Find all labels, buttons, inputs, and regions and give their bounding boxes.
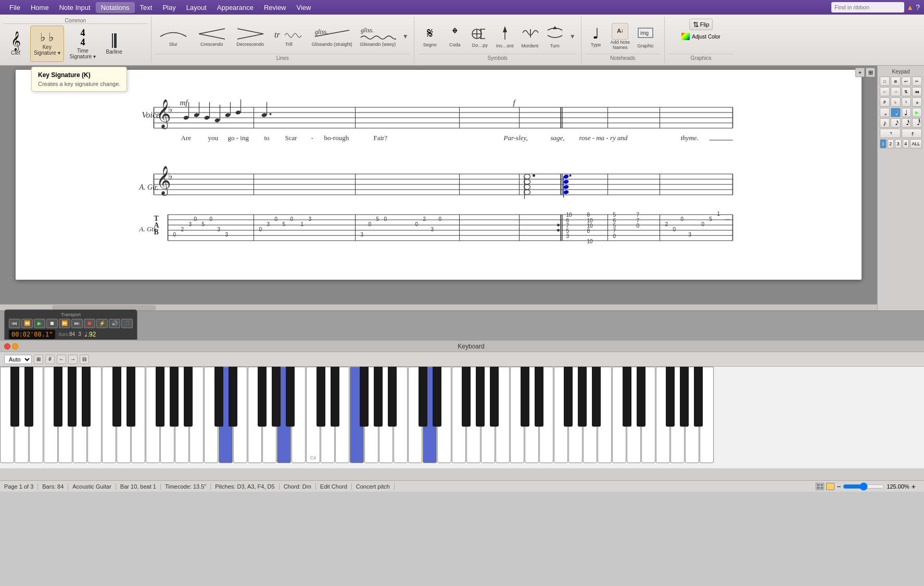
adjust-color-button[interactable]: Adjust Color xyxy=(679,32,722,41)
black-key-C#4[interactable] xyxy=(317,367,325,427)
transport-flash[interactable]: ⚡ xyxy=(96,319,108,328)
transport-rewind[interactable]: ⏪ xyxy=(21,319,33,328)
keypad-half[interactable]: 𝅗𝅥 xyxy=(891,108,901,117)
status-ruler-icon[interactable] xyxy=(826,483,834,490)
black-key-D#2[interactable] xyxy=(126,367,135,427)
black-key-C#5[interactable] xyxy=(419,367,427,427)
doppio-button[interactable]: Do…py xyxy=(469,24,491,49)
keypad-eighth[interactable]: ♪ xyxy=(880,118,890,128)
keypad-whole[interactable]: 𝅗 xyxy=(880,108,890,117)
crescendo-button[interactable]: Crescendo xyxy=(194,25,230,48)
transport-metronome[interactable]: 🎵 xyxy=(121,319,133,328)
clef-button[interactable]: 𝄞 Clef xyxy=(3,26,28,62)
menu-review[interactable]: Review xyxy=(259,2,292,13)
transport-speaker[interactable]: 🔊 xyxy=(109,319,120,328)
black-key-D#7[interactable] xyxy=(637,367,645,427)
slur-button[interactable]: Slur xyxy=(156,25,191,48)
transport-fast-forward[interactable]: ⏩ xyxy=(59,319,70,328)
zoom-slider[interactable] xyxy=(843,483,884,490)
black-key-A#1[interactable] xyxy=(82,367,91,427)
menu-note-input[interactable]: Note Input xyxy=(54,2,96,13)
menu-appearance[interactable]: Appearance xyxy=(212,2,259,13)
menu-file[interactable]: File xyxy=(4,2,26,13)
keypad-arrow-right[interactable]: → xyxy=(891,87,901,96)
keyboard-layout-btn[interactable]: ⊟ xyxy=(80,355,89,364)
turn-button[interactable]: Turn xyxy=(543,23,566,49)
transport-play[interactable]: ▶ xyxy=(34,319,45,328)
transport-skip-forward[interactable]: ⏭ xyxy=(71,319,83,328)
black-key-D#6[interactable] xyxy=(535,367,543,427)
keypad-icon-4[interactable]: ✂ xyxy=(912,77,922,86)
score-area[interactable]: + ⊞ Voice 𝄞 ♭ mf f xyxy=(0,66,877,310)
black-key-G#1[interactable] xyxy=(68,367,77,427)
segno-button[interactable]: 𝄋 Segno xyxy=(419,24,441,48)
menu-layout[interactable]: Layout xyxy=(181,2,212,13)
decrescendo-button[interactable]: Decrescendo xyxy=(233,25,268,48)
black-key-A#5[interactable] xyxy=(490,367,499,427)
keypad-rewind[interactable]: ⏮ xyxy=(912,87,922,96)
invented-button[interactable]: Inv…ent xyxy=(493,23,516,49)
keyboard-minimize-btn[interactable] xyxy=(12,343,18,350)
keypad-icon-3[interactable]: ↩ xyxy=(902,77,912,86)
black-key-F#4[interactable] xyxy=(360,367,369,427)
black-key-A#4[interactable] xyxy=(388,367,397,427)
keypad-icon-1[interactable]: □ xyxy=(880,77,890,86)
coda-button[interactable]: 𝄌 Coda xyxy=(444,24,466,48)
menu-view[interactable]: View xyxy=(292,2,317,13)
black-key-F#2[interactable] xyxy=(156,367,164,427)
keyboard-auto-select[interactable]: Auto xyxy=(4,355,32,364)
black-key-G#5[interactable] xyxy=(476,367,485,427)
keypad-rest2[interactable]: 𝄿 xyxy=(902,129,922,138)
black-key-F#5[interactable] xyxy=(462,367,471,427)
add-note-names-button[interactable]: A♩ Add Note Names xyxy=(609,22,632,51)
keypad-num-2[interactable]: 2 xyxy=(888,139,894,148)
status-zoom-out[interactable]: − xyxy=(837,482,841,491)
keyboard-close-btn[interactable] xyxy=(4,343,10,350)
menu-text[interactable]: Text xyxy=(135,2,158,13)
glissando-straight-button[interactable]: gliss. Glissando (straight) xyxy=(310,25,355,48)
black-key-G#2[interactable] xyxy=(170,367,179,427)
barline-button[interactable]: Barline xyxy=(102,26,126,62)
key-signature-button[interactable]: ♭ ♭ Key Signature ▾ xyxy=(30,26,64,62)
black-key-G#4[interactable] xyxy=(374,367,383,427)
status-edit-chord[interactable]: Edit Chord xyxy=(316,483,352,490)
find-ribbon-input[interactable] xyxy=(831,2,904,13)
keyboard-grid-btn[interactable]: ⊞ xyxy=(34,355,43,364)
black-key-C#1[interactable] xyxy=(10,367,19,427)
piano-keys[interactable]: C4 xyxy=(0,367,924,468)
help-icon[interactable]: ? xyxy=(916,3,920,11)
keypad-double-sharp[interactable]: 𝄪 xyxy=(912,97,922,107)
menu-home[interactable]: Home xyxy=(26,2,54,13)
zoom-toggle-button[interactable]: ⊞ xyxy=(866,68,875,77)
keypad-quarter[interactable]: ♩ xyxy=(902,108,912,117)
keyboard-sharp-btn[interactable]: # xyxy=(45,355,55,364)
graphic-button[interactable]: img Graphic xyxy=(634,23,657,49)
menu-play[interactable]: Play xyxy=(157,2,181,13)
status-concert-pitch[interactable]: Concert pitch xyxy=(352,483,395,490)
black-key-A#6[interactable] xyxy=(592,367,601,427)
lines-scroll-arrow[interactable]: ▼ xyxy=(401,33,410,40)
keypad-flip[interactable]: ⇅ xyxy=(902,87,912,96)
zoom-in-button[interactable]: + xyxy=(855,68,865,77)
keypad-flat[interactable]: ♭ xyxy=(891,97,901,107)
status-grid-icon[interactable] xyxy=(816,483,824,490)
menu-notations[interactable]: Notations xyxy=(96,2,135,13)
black-key-A#2[interactable] xyxy=(184,367,193,427)
keypad-natural[interactable]: ♮ xyxy=(902,97,912,107)
flip-button[interactable]: ⇅ Flip xyxy=(689,19,713,30)
keypad-rest1[interactable]: 𝄾 xyxy=(880,129,901,138)
black-key-F#3[interactable] xyxy=(258,367,267,427)
keypad-thirty-second[interactable]: 𝅘𝅥𝅰 xyxy=(902,118,912,128)
black-key-D#1[interactable] xyxy=(24,367,33,427)
black-key-A#7[interactable] xyxy=(694,367,703,427)
trill-button[interactable]: tr Trill xyxy=(271,25,307,48)
keypad-num-1[interactable]: 1 xyxy=(880,139,887,148)
transport-record[interactable]: ⏺ xyxy=(84,319,95,328)
keypad-sharp[interactable]: # xyxy=(880,97,890,107)
keyboard-prev-btn[interactable]: ← xyxy=(57,355,66,364)
black-key-G#6[interactable] xyxy=(578,367,587,427)
keyboard-next-btn[interactable]: → xyxy=(68,355,78,364)
symbols-scroll-arrow[interactable]: ▼ xyxy=(568,33,577,40)
black-key-C#7[interactable] xyxy=(623,367,631,427)
black-key-G#7[interactable] xyxy=(680,367,689,427)
